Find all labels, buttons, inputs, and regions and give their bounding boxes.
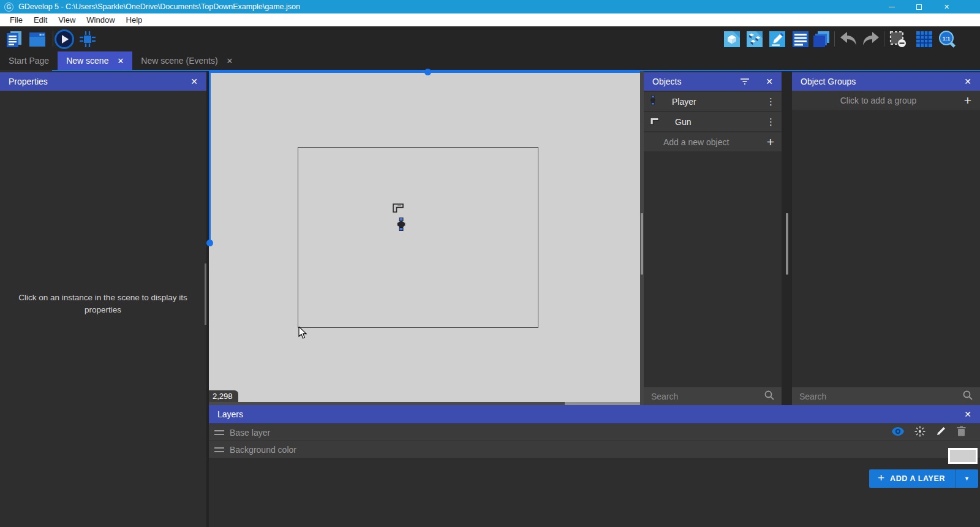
properties-empty-message: Click on an instance in the scene to dis…	[11, 292, 195, 317]
zoom-1-1-icon[interactable]: 1:1	[937, 29, 958, 50]
filter-icon[interactable]	[740, 78, 750, 85]
maximize-icon	[916, 4, 922, 10]
object-groups-title: Object Groups	[801, 77, 856, 86]
gdevelop-logo-icon: G	[4, 2, 13, 12]
close-icon: ✕	[944, 3, 949, 11]
add-group-button[interactable]: Click to add a group +	[792, 91, 980, 110]
layer-effects-icon[interactable]	[914, 426, 925, 439]
object-groups-header: Object Groups ✕	[792, 72, 980, 91]
groups-search-bar	[792, 387, 980, 405]
scrollbar-thumb[interactable]	[641, 213, 643, 275]
object-groups-icon[interactable]	[744, 29, 765, 50]
debugger-icon[interactable]	[77, 29, 98, 50]
objects-header: Objects ✕	[644, 72, 782, 91]
menu-help[interactable]: Help	[121, 13, 148, 26]
canvas-hscroll-thumb[interactable]	[424, 69, 431, 75]
layers-title: Layers	[217, 409, 243, 419]
layer-delete-icon[interactable]	[957, 426, 966, 439]
groups-search-input[interactable]	[799, 392, 963, 401]
close-icon[interactable]: ✕	[190, 77, 198, 86]
window-title: GDevelop 5 - C:\Users\Sparkle\OneDrive\D…	[18, 2, 300, 11]
redo-icon[interactable]	[861, 29, 881, 50]
player-thumbnail-icon	[650, 95, 656, 108]
menu-file[interactable]: File	[4, 13, 28, 26]
objects-search-bar	[644, 387, 782, 405]
scene-window-bounds	[298, 147, 538, 328]
background-color-swatch[interactable]	[948, 448, 978, 464]
properties-title: Properties	[9, 77, 48, 86]
cursor-coordinates-badge: 2,298	[209, 390, 238, 403]
svg-text:1:1: 1:1	[943, 36, 951, 42]
toolbar: 1:1	[0, 26, 980, 51]
panel-divider[interactable]	[782, 71, 792, 405]
objects-panel: Objects ✕ Player ⋮ Gun ⋮ Add a new objec…	[644, 71, 782, 405]
drag-handle-icon[interactable]	[214, 430, 224, 435]
menu-view[interactable]: View	[53, 13, 81, 26]
tab-start-page[interactable]: Start Page	[0, 51, 58, 70]
layers-panel: Layers ✕ Base layer Background color + A…	[209, 405, 980, 527]
scrollbar-thumb[interactable]	[786, 213, 788, 275]
clear-selection-icon[interactable]	[888, 29, 908, 50]
scene-editor-canvas[interactable]: 2,298	[209, 71, 640, 402]
minimize-button[interactable]	[878, 0, 905, 13]
layer-visibility-icon[interactable]	[892, 427, 904, 438]
preview-play-icon[interactable]	[54, 29, 75, 50]
object-groups-panel: Object Groups ✕ Click to add a group +	[792, 71, 980, 405]
instances-list-icon[interactable]	[790, 29, 811, 50]
tab-close-icon[interactable]: ✕	[117, 56, 124, 66]
add-icon: +	[878, 471, 884, 485]
add-a-layer-button[interactable]: + ADD A LAYER ▼	[869, 469, 978, 488]
maximize-button[interactable]	[905, 0, 933, 13]
canvas-vscroll-indicator[interactable]	[209, 71, 211, 244]
layers-toolbar-icon[interactable]	[811, 29, 832, 50]
menu-edit[interactable]: Edit	[28, 13, 53, 26]
toolbar-separator	[53, 31, 53, 47]
object-row-gun[interactable]: Gun ⋮	[644, 112, 782, 131]
add-icon: +	[964, 94, 971, 107]
toolbar-separator	[884, 31, 884, 47]
start-page-icon[interactable]	[27, 29, 48, 50]
object-menu-icon[interactable]: ⋮	[766, 116, 775, 127]
drag-handle-icon[interactable]	[214, 447, 224, 452]
project-manager-icon[interactable]	[4, 29, 24, 50]
undo-icon[interactable]	[838, 29, 859, 50]
minimize-icon	[889, 7, 895, 7]
layer-edit-icon[interactable]	[936, 426, 946, 439]
add-new-object-button[interactable]: Add a new object +	[644, 132, 782, 151]
gun-instance[interactable]	[393, 203, 404, 215]
objects-search-input[interactable]	[651, 392, 764, 401]
edit-scene-properties-icon[interactable]	[767, 29, 788, 50]
properties-header: Properties ✕	[0, 72, 206, 91]
tab-close-icon[interactable]: ✕	[227, 56, 233, 66]
object-menu-icon[interactable]: ⋮	[766, 96, 775, 107]
tab-new-scene[interactable]: New scene ✕	[58, 51, 132, 70]
properties-panel: Properties ✕ Click on an instance in the…	[0, 71, 206, 527]
menu-window[interactable]: Window	[81, 13, 120, 26]
title-bar: G GDevelop 5 - C:\Users\Sparkle\OneDrive…	[0, 0, 980, 13]
player-instance[interactable]	[397, 218, 405, 233]
layer-row-base[interactable]: Base layer	[209, 424, 980, 441]
dropdown-arrow-icon[interactable]: ▼	[955, 469, 978, 488]
tab-new-scene-events[interactable]: New scene (Events) ✕	[132, 51, 241, 70]
toggle-grid-icon[interactable]	[914, 29, 935, 50]
close-icon[interactable]: ✕	[964, 77, 971, 86]
object-row-player[interactable]: Player ⋮	[644, 92, 782, 111]
gdevelop-window: G GDevelop 5 - C:\Users\Sparkle\OneDrive…	[0, 0, 980, 527]
editor-tab-bar: Start Page New scene ✕ New scene (Events…	[0, 51, 980, 70]
objects-title: Objects	[652, 77, 681, 86]
gun-thumbnail-icon	[650, 116, 659, 127]
layer-row-background-color[interactable]: Background color	[209, 441, 980, 458]
mouse-cursor	[298, 327, 308, 343]
search-icon	[963, 390, 973, 403]
close-button[interactable]: ✕	[933, 0, 960, 13]
close-icon[interactable]: ✕	[766, 77, 773, 86]
search-icon	[764, 390, 774, 403]
close-icon[interactable]: ✕	[964, 409, 971, 419]
window-controls: ✕	[878, 0, 960, 13]
menu-bar: File Edit View Window Help	[0, 13, 980, 26]
add-object-icon[interactable]	[722, 29, 742, 50]
toolbar-separator	[834, 31, 835, 47]
add-icon: +	[767, 135, 774, 148]
canvas-vscroll-thumb[interactable]	[206, 240, 213, 246]
layers-header: Layers ✕	[209, 405, 980, 423]
